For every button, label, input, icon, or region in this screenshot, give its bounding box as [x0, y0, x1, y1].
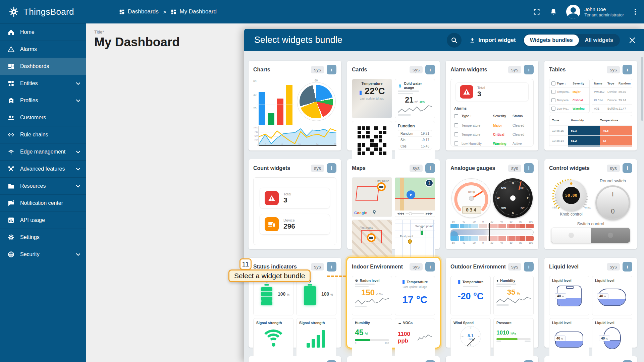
info-icon[interactable]: i [327, 65, 336, 74]
info-icon[interactable]: i [623, 262, 632, 272]
sidebar-item-edge-management[interactable]: Edge management [0, 143, 86, 160]
vocs-preview: ☁VOCs 1100 ppb [395, 318, 435, 358]
tour-step-number: 11 [239, 258, 252, 270]
more-menu-icon[interactable] [633, 7, 638, 16]
panel-scrollbar[interactable] [641, 53, 643, 361]
sys-badge: sys [311, 165, 324, 172]
api-usage-icon [7, 216, 15, 224]
bundle-card-maps[interactable]: Maps sys i First route Google [347, 159, 440, 249]
switch-control: Switch control [549, 221, 632, 243]
bundle-card-tables[interactable]: Tables sys i Type ↓Severity Tempera..Maj… [544, 61, 637, 150]
select-widgets-bundle-panel: Select widgets bundle Import widget Widg… [244, 29, 644, 362]
sidebar-item-resources[interactable]: Resources [0, 177, 86, 194]
info-icon[interactable]: i [425, 65, 435, 74]
bundle-title: Maps [352, 165, 407, 171]
temperature-preview: ▮Temperature -20 °C [450, 276, 491, 315]
qr-code [358, 126, 386, 155]
bundle-preview-tables: Type ↓Severity Tempera..Major Tempera..C… [549, 79, 632, 146]
tour-tooltip: Select a widget bundle [228, 269, 311, 282]
info-icon[interactable]: i [623, 360, 632, 362]
close-icon[interactable] [627, 35, 637, 45]
chevron-down-icon [75, 183, 82, 189]
breadcrumb: Dashboards > My Dashboard [86, 8, 217, 15]
breadcrumb-dashboards[interactable]: Dashboards [119, 8, 159, 15]
info-icon[interactable]: i [524, 360, 534, 362]
bundle-card-cards[interactable]: Cards sys i Temperature ▮ 22°C Last upda… [347, 61, 440, 150]
bundles-viewport: Charts sys i 60 40 20 [244, 51, 644, 362]
sidebar-item-dashboards[interactable]: Dashboards [0, 58, 86, 75]
info-icon[interactable]: i [623, 163, 632, 173]
bundle-card-liquid-level[interactable]: Liquid level sys i Liquid level 40 % Liq… [544, 258, 637, 348]
sidebar-item-notification-center[interactable]: Notification center [0, 194, 86, 212]
chevron-down-icon [75, 166, 82, 172]
sidebar-item-api-usage[interactable]: API usage [0, 212, 86, 229]
bundle-card-control-widgets[interactable]: Control widgets sys i 50.00 [544, 159, 637, 249]
bundle-card-charts[interactable]: Charts sys i 60 40 20 [249, 61, 341, 150]
info-icon[interactable]: i [524, 163, 534, 173]
bundle-preview-status: Battery 100 % Battery 100 % [253, 276, 336, 358]
wind-speed-preview: Wind Speed NSEW 8.1 m/s [450, 318, 491, 358]
import-widget-button[interactable]: Import widget [469, 37, 516, 44]
sidebar-item-rule-chains[interactable]: Rule chains [0, 126, 86, 143]
info-icon[interactable]: i [425, 163, 435, 173]
sidebar-item-alarms[interactable]: Alarms [0, 41, 86, 58]
sidebar-item-customers[interactable]: Customers [0, 109, 86, 126]
bundle-title: Tables [549, 67, 604, 73]
info-icon[interactable]: i [425, 360, 435, 362]
qr-code-card-preview [352, 121, 392, 161]
timeline-controls[interactable]: ◀◀◀ ▶▶▶ [395, 210, 435, 217]
liquid-tank-preview: Liquid level 40 % [592, 276, 632, 315]
info-icon[interactable]: i [327, 262, 336, 272]
info-icon[interactable]: i [524, 262, 534, 272]
sidebar-item-settings[interactable]: Settings [0, 229, 86, 246]
bundle-card-digital-gauges[interactable]: Digital gauges sys i [249, 356, 341, 362]
toggle-widgets-bundles[interactable]: Widgets bundles [524, 35, 579, 46]
alarms-icon [7, 45, 15, 53]
upload-icon [469, 37, 476, 44]
avatar[interactable] [566, 5, 580, 19]
user-role: Tenant administrator [584, 12, 624, 17]
user-menu[interactable]: John Doe Tenant administrator [566, 5, 624, 19]
widgets-view-toggle: Widgets bundles All widgets [523, 34, 620, 47]
bundle-card-input-widgets[interactable]: Input widgets sys i [544, 356, 637, 362]
bundle-preview-control: 50.00 minmax Knob control Round switch I… [549, 177, 632, 245]
info-icon[interactable]: i [327, 163, 336, 173]
sidebar-item-home[interactable]: Home [0, 23, 86, 41]
bundle-preview-indoor: ☢Radon level 150 -16% ▮Temperature Last … [352, 276, 435, 358]
bundle-card-analogue-gauges[interactable]: Analogue gauges sys i Temp 034 [446, 159, 538, 249]
info-icon[interactable]: i [327, 360, 336, 362]
toggle-all-widgets[interactable]: All widgets [579, 35, 619, 46]
dashboards-icon [7, 62, 15, 70]
radiation-icon: ☢ [355, 279, 358, 283]
info-icon[interactable]: i [623, 65, 632, 74]
sys-badge: sys [607, 66, 620, 73]
notifications-bell-icon[interactable] [549, 8, 557, 16]
sidebar-item-entities[interactable]: Entities [0, 75, 86, 92]
sys-badge: sys [410, 263, 423, 270]
alarm-row: Low Humidity Warning Active [454, 139, 530, 146]
info-icon[interactable]: i [425, 262, 435, 272]
map-info-icon: ⓘ [425, 179, 433, 187]
fullscreen-icon[interactable] [533, 8, 541, 16]
bundle-card-outdoor-environment[interactable]: Outdoor Environment sys i ▮Temperature -… [446, 258, 538, 348]
points-map-preview: Second point First point [395, 220, 435, 259]
sidebar-item-advanced-features[interactable]: Advanced features [0, 160, 86, 177]
chevron-down-icon [75, 251, 82, 258]
sys-badge: sys [508, 66, 521, 73]
breadcrumb-my-dashboard[interactable]: My Dashboard [171, 8, 217, 15]
info-icon[interactable]: i [524, 65, 534, 74]
humidity-preview: ●Humidity 35 % [493, 276, 534, 315]
bundle-card-air-quality[interactable]: Air quality sys i [347, 356, 440, 362]
wind-dial: NSEW 8.1 m/s [460, 326, 481, 347]
sidebar-item-security[interactable]: Security [0, 246, 86, 263]
bundle-card-count-widgets[interactable]: Count widgets sys i Total 3 [249, 159, 341, 249]
settings-icon [7, 233, 15, 241]
brand: ThingsBoard [0, 5, 86, 18]
search-icon[interactable] [447, 33, 462, 48]
sys-badge: sys [607, 263, 620, 270]
bundle-card-indoor-environment[interactable]: Indoor Environment sys i ☢Radon level 15… [347, 258, 440, 348]
sidebar-item-profiles[interactable]: Profiles [0, 92, 86, 109]
bundle-card-entity-admin-widgets[interactable]: Entity admin widgets sys i [446, 356, 538, 362]
linear-gauge: -60-40-20020406080100 -60-40-20020406080… [450, 220, 534, 244]
bundle-card-alarm-widgets[interactable]: Alarm widgets sys i Total 3 [446, 61, 538, 150]
